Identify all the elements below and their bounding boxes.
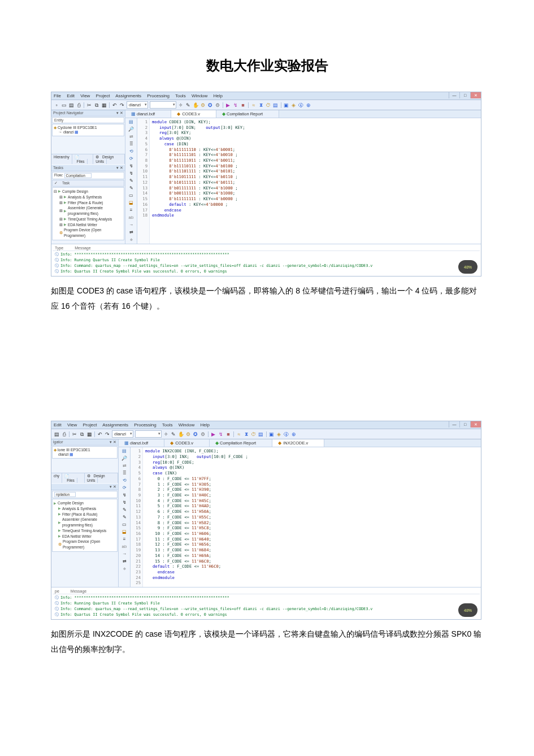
- report-icon[interactable]: ▤: [273, 102, 279, 108]
- maximize-button[interactable]: □: [459, 92, 470, 98]
- chip-icon[interactable]: ▣: [269, 431, 275, 437]
- minimize-button[interactable]: —: [449, 421, 459, 427]
- project-combo[interactable]: dianzi: [112, 430, 133, 438]
- tab-report[interactable]: ◆ Compilation Report: [216, 110, 279, 118]
- stop-icon[interactable]: ■: [225, 431, 231, 437]
- clock-icon[interactable]: ⏱: [251, 431, 257, 437]
- side-icon[interactable]: ⟐: [121, 566, 128, 572]
- maximize-button[interactable]: □: [459, 421, 470, 427]
- flow-combo[interactable]: Compilation: [64, 173, 92, 178]
- side-icon[interactable]: ⇄: [121, 559, 128, 564]
- side-icon[interactable]: 🔎: [121, 456, 128, 461]
- side-icon[interactable]: ⇄: [128, 134, 134, 140]
- hand-icon[interactable]: ✋: [178, 431, 184, 437]
- side-icon[interactable]: ⇄: [128, 230, 134, 235]
- side-icon[interactable]: ▤: [128, 119, 134, 125]
- side-icon[interactable]: ↯: [128, 171, 134, 176]
- side-icon[interactable]: ✎: [128, 178, 134, 184]
- dbg-icon[interactable]: ⊕: [291, 431, 297, 437]
- side-icon[interactable]: ▭: [128, 193, 134, 198]
- menu-help[interactable]: Help: [200, 422, 209, 427]
- help-icon[interactable]: 🛈: [284, 431, 289, 437]
- side-icon[interactable]: ↯: [121, 493, 128, 498]
- code-editor[interactable]: module INX2CODE (INX, F_CODE); input[3:0…: [143, 447, 481, 587]
- paste-icon[interactable]: ▦: [101, 102, 107, 108]
- second-combo[interactable]: [135, 430, 162, 438]
- side-icon[interactable]: →: [128, 222, 134, 228]
- stop-icon[interactable]: ■: [240, 102, 246, 108]
- menu-tools[interactable]: Tools: [162, 422, 173, 427]
- side-icon[interactable]: ⟳: [128, 156, 134, 162]
- tab-hierarchy[interactable]: chy: [51, 473, 62, 483]
- report-icon[interactable]: ▤: [258, 431, 264, 437]
- task-compile[interactable]: Compile Design: [62, 189, 88, 195]
- tab-files[interactable]: 📄 Files: [62, 473, 85, 483]
- hand-icon[interactable]: ✋: [193, 102, 198, 108]
- side-icon[interactable]: ⟐: [128, 237, 134, 243]
- time-icon[interactable]: ⧗: [258, 102, 264, 108]
- device-node[interactable]: ◆ lone III EP3C10E1: [54, 448, 116, 452]
- tab-design-units[interactable]: ⚙ Design Units: [93, 154, 125, 164]
- tab-inx2code[interactable]: ◆INX2CODE.v: [272, 439, 324, 447]
- star-icon[interactable]: ✪: [193, 431, 198, 437]
- task-program[interactable]: Program Device (Open Programmer): [64, 227, 123, 239]
- paste-icon[interactable]: ▦: [86, 431, 92, 437]
- menu-edit[interactable]: Edit: [67, 93, 75, 98]
- save-icon[interactable]: ▤: [54, 431, 59, 437]
- wand-icon[interactable]: ✧: [178, 102, 184, 108]
- cut-icon[interactable]: ✂: [86, 102, 92, 108]
- menu-assignments[interactable]: Assignments: [115, 93, 141, 98]
- chip-icon[interactable]: ▣: [284, 102, 289, 108]
- side-icon[interactable]: ↯: [128, 163, 134, 169]
- menu-project[interactable]: Project: [96, 93, 110, 98]
- side-icon[interactable]: ≡: [128, 208, 134, 213]
- pin-icon[interactable]: ◈: [291, 102, 297, 108]
- side-icon[interactable]: ▭: [121, 522, 128, 528]
- pin-icon[interactable]: ▾ ✕: [116, 111, 123, 115]
- code-editor[interactable]: module CODE3 (DIN, KEY); input[7:0] DIN;…: [150, 118, 481, 244]
- task-analysis[interactable]: Analysis & Synthesis: [68, 195, 102, 200]
- side-icon[interactable]: 🔎: [128, 127, 134, 132]
- wave-icon[interactable]: ≈: [236, 431, 242, 437]
- menu-view[interactable]: View: [67, 422, 77, 427]
- side-icon[interactable]: ✎: [121, 507, 128, 513]
- pen-icon[interactable]: ✎: [185, 102, 191, 108]
- task-program[interactable]: Program Device (Open Programmer): [63, 539, 116, 550]
- side-icon[interactable]: ✎: [128, 185, 134, 191]
- task-fitter[interactable]: Fitter (Place & Route): [68, 200, 103, 206]
- tab-bdf[interactable]: ▦ dianzi.bdf: [125, 110, 171, 118]
- side-icon[interactable]: ↯: [121, 500, 128, 506]
- menu-view[interactable]: View: [80, 93, 90, 98]
- side-icon[interactable]: ≣: [128, 141, 134, 147]
- open-icon[interactable]: ▭: [61, 102, 67, 108]
- top-entity-node[interactable]: → dianzi ▦: [54, 130, 123, 135]
- menu-window[interactable]: Window: [179, 422, 194, 427]
- task-compile[interactable]: Compile Design: [58, 500, 84, 506]
- time-icon[interactable]: ⧗: [244, 431, 249, 437]
- undo-icon[interactable]: ↶: [112, 102, 118, 108]
- undo-icon[interactable]: ↶: [97, 431, 103, 437]
- task-assembler[interactable]: Assembler (Generate programming files): [62, 517, 116, 528]
- gear2-icon[interactable]: ⚙: [200, 431, 206, 437]
- new-icon[interactable]: ▫: [54, 102, 59, 108]
- play-icon[interactable]: ▶: [211, 431, 216, 437]
- menu-help[interactable]: Help: [214, 93, 223, 98]
- side-icon[interactable]: ✎: [121, 515, 128, 520]
- flow-combo[interactable]: npilation: [54, 492, 76, 497]
- task-analysis[interactable]: Analysis & Synthesis: [62, 506, 96, 512]
- help-icon[interactable]: 🛈: [298, 102, 304, 108]
- redo-icon[interactable]: ↷: [119, 102, 125, 108]
- close-button[interactable]: ✕: [470, 92, 481, 98]
- tab-design-units[interactable]: ⚙ Design Units: [85, 473, 118, 483]
- task-timing[interactable]: TimeQuest Timing Analysis: [62, 528, 106, 534]
- menu-tools[interactable]: Tools: [175, 93, 186, 98]
- menu-file[interactable]: File: [54, 93, 61, 98]
- close-button[interactable]: ✕: [470, 421, 481, 427]
- play-icon[interactable]: ▶: [225, 102, 231, 108]
- sched-icon[interactable]: ↯: [233, 102, 238, 108]
- task-fitter[interactable]: Fitter (Place & Route): [62, 512, 98, 517]
- second-combo[interactable]: [150, 101, 176, 109]
- dbg-icon[interactable]: ⊕: [306, 102, 311, 108]
- gear-icon[interactable]: ⚙: [200, 102, 206, 108]
- star-icon[interactable]: ✪: [207, 102, 213, 108]
